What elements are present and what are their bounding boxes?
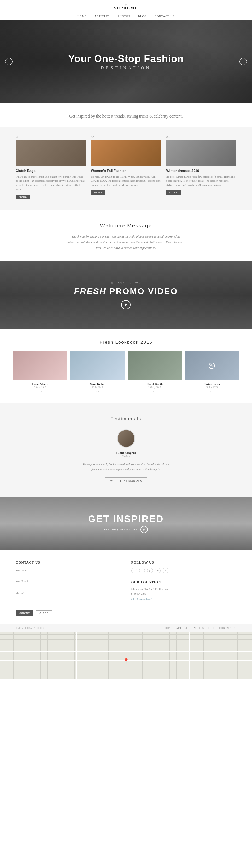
article-more-button-1[interactable]: More (16, 194, 30, 199)
email-input[interactable] (16, 584, 121, 589)
social-linkedin[interactable]: in (155, 568, 161, 574)
get-inspired-section: GET INSPIRED & share your own pics ▶ (0, 497, 252, 550)
lookbook-next-4[interactable]: › (213, 390, 213, 393)
footer-right: Follow Us t f g+ in p Our Location 28 Ja… (131, 560, 237, 616)
hero-prev-button[interactable]: ‹ (5, 58, 12, 65)
lookbook-prev-4[interactable]: ‹ (210, 390, 211, 393)
lookbook-image-2[interactable] (70, 351, 124, 380)
welcome-section: Welcome Message Thank you for visiting o… (0, 210, 252, 261)
lookbook-image-4[interactable] (185, 351, 239, 380)
footer-nav-blog[interactable]: Blog (208, 627, 215, 629)
footer-nav-articles[interactable]: Articles (176, 627, 189, 629)
testimonials-section: Testimonials Liam Mayers Student Thank y… (0, 403, 252, 497)
lookbook-arrows-1: ‹ › (13, 390, 67, 393)
lookbook-image-1[interactable] (13, 351, 67, 380)
article-more-button-2[interactable]: More (91, 190, 105, 195)
nav-contact[interactable]: Contact Us (155, 15, 175, 18)
name-label: Your Name: (16, 568, 121, 571)
article-num-1: 01. (16, 135, 86, 138)
lookbook-prev-2[interactable]: ‹ (96, 390, 97, 393)
tagline-text: Get inspired by the hottest trends, styl… (5, 113, 247, 120)
lookbook-prev-1[interactable]: ‹ (39, 390, 39, 393)
submit-button[interactable]: Submit (16, 610, 33, 616)
lookbook-next-1[interactable]: › (41, 390, 42, 393)
lookbook-next-2[interactable]: › (98, 390, 99, 393)
lookbook-date-2: 26 Jul 2015 (70, 386, 124, 389)
nav-articles[interactable]: Articles (95, 15, 110, 18)
lookbook-card-1: Lana_Marro 25 Apr 2015 ‹ › (13, 351, 67, 393)
article-num-2: 02. (91, 135, 161, 138)
testimonial-role: Student (5, 455, 247, 458)
article-num-3: 03. (166, 135, 236, 138)
article-more-button-3[interactable]: More (166, 190, 181, 195)
lookbook-title: Fresh Lookbook 2015 (13, 340, 239, 345)
article-title-2: Women's Fall Fashion (91, 169, 161, 173)
promo-label: WHAT'S NEW? (74, 281, 178, 284)
map-road-v1 (76, 632, 76, 679)
location-email[interactable]: info@domainik.org (131, 597, 152, 600)
lookbook-next-3[interactable]: › (155, 390, 156, 393)
footer-follow: Follow Us t f g+ in p (131, 560, 237, 574)
inspired-subtitle: & share your own pics ▶ (88, 526, 164, 533)
contact-title: Contact Us (16, 560, 121, 564)
article-text-2: It's here. Say it with us. It's HERE! Wh… (91, 175, 161, 187)
social-facebook[interactable]: f (139, 568, 145, 574)
footer-nav-home[interactable]: Home (164, 627, 172, 629)
lookbook-section: Fresh Lookbook 2015 Lana_Marro 25 Apr 20… (0, 329, 252, 403)
articles-section: 01. Clutch Bags What's key to undress bu… (0, 127, 252, 210)
footer-section: Contact Us Your Name: Your E-mail: Messa… (0, 550, 252, 624)
message-textarea[interactable] (16, 595, 121, 605)
lookbook-image-3[interactable] (128, 351, 182, 380)
footer-bottom-nav: Home Articles Photos Blog Contact Us (164, 627, 236, 629)
nav-home[interactable]: Home (77, 15, 87, 18)
footer-nav-photos[interactable]: Photos (193, 627, 204, 629)
article-image-3 (166, 140, 236, 166)
search-overlay-icon (209, 363, 215, 369)
nav-photos[interactable]: Photos (118, 15, 130, 18)
promo-title-rest: PROMO VIDEO (106, 286, 178, 296)
lookbook-name-3: David_Smith (128, 382, 182, 385)
more-testimonials-button[interactable]: More Testimonials (105, 477, 147, 485)
inspired-play-button[interactable]: ▶ (140, 526, 148, 533)
lookbook-prev-3[interactable]: ‹ (153, 390, 154, 393)
map-pin: 📍 (123, 658, 129, 664)
article-text-1: What's key to undress but packs a night … (16, 175, 86, 191)
lookbook-arrows-3: ‹ › (128, 390, 182, 393)
article-text-3: It's here. Winter 2016 is just a few epi… (166, 175, 236, 187)
lookbook-name-4: Darina_Sever (185, 382, 239, 385)
main-nav: Home Articles Photos Blog Contact Us (0, 13, 252, 20)
clear-button[interactable]: Clear (35, 610, 53, 616)
message-label: Message: (16, 591, 121, 594)
social-twitter[interactable]: t (131, 568, 137, 574)
lookbook-name-2: Sam_Keller (70, 382, 124, 385)
nav-blog[interactable]: Blog (138, 15, 147, 18)
map-road-h3 (0, 644, 177, 644)
name-input[interactable] (16, 572, 121, 577)
articles-grid: 01. Clutch Bags What's key to undress bu… (16, 135, 236, 199)
lookbook-date-4: 18 Jun 2015 (185, 386, 239, 389)
promo-content: WHAT'S NEW? FRESH PROMO VIDEO (74, 281, 178, 309)
social-gplus[interactable]: g+ (147, 568, 153, 574)
testimonial-name: Liam Mayers (5, 451, 247, 455)
map-road-v2 (139, 632, 139, 679)
promo-title-fresh: FRESH (74, 286, 106, 296)
article-image-2 (91, 140, 161, 166)
hero-next-button[interactable]: › (240, 58, 247, 65)
follow-title: Follow Us (131, 560, 237, 564)
testimonials-title: Testimonials (5, 416, 247, 422)
footer-nav-contact[interactable]: Contact Us (219, 627, 236, 629)
location-address: 28 Jackson Blvd Ste 1020 Chicago (131, 587, 237, 591)
inspired-title: GET INSPIRED (88, 514, 164, 525)
lookbook-card-2: Sam_Keller 26 Jul 2015 ‹ › (70, 351, 124, 393)
hero-title: Your One-Stop Fashion (68, 53, 184, 64)
map-section: 📍 (0, 632, 252, 679)
social-pinterest[interactable]: p (163, 568, 168, 574)
article-image-1 (16, 140, 86, 166)
logo-icon: § (0, 3, 252, 6)
promo-play-button[interactable] (121, 300, 131, 309)
inspired-content: GET INSPIRED & share your own pics ▶ (88, 514, 164, 533)
lookbook-card-3: David_Smith 20 May 2015 ‹ › (128, 351, 182, 393)
welcome-title: Welcome Message (5, 223, 247, 229)
footer-bottom: © 2016 ♦ PRIVACY POLICY Home Articles Ph… (0, 624, 252, 632)
lookbook-arrows-2: ‹ › (70, 390, 124, 393)
